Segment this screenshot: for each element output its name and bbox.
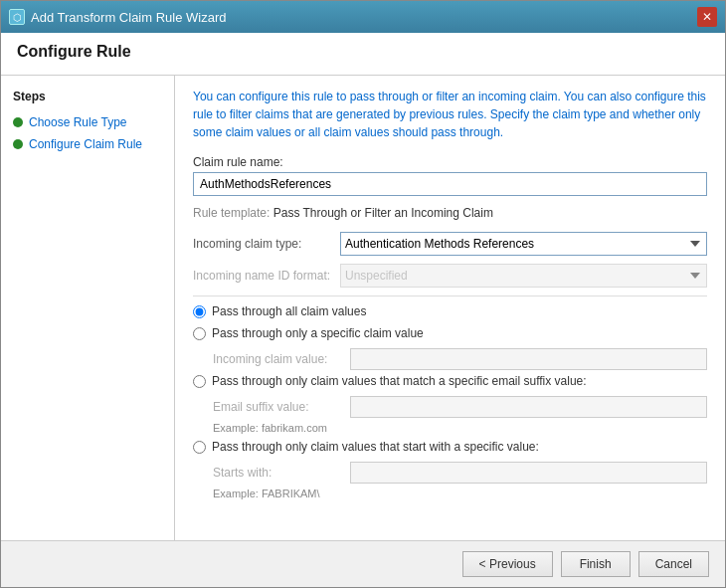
- incoming-claim-type-select[interactable]: Authentication Methods References: [340, 232, 707, 256]
- divider: [193, 295, 707, 296]
- step-indicator-2: [13, 139, 23, 149]
- claim-rule-name-input[interactable]: [193, 172, 707, 196]
- title-bar-left: ⬡ Add Transform Claim Rule Wizard: [9, 9, 227, 25]
- incoming-name-id-format-label: Incoming name ID format:: [193, 269, 332, 283]
- content-area: Steps Choose Rule Type Configure Claim R…: [1, 76, 725, 540]
- incoming-claim-value-input[interactable]: [350, 348, 707, 370]
- sidebar-item-choose-rule-type[interactable]: Choose Rule Type: [1, 111, 174, 133]
- starts-with-example-text: Example: FABRIKAM\: [213, 488, 707, 499]
- sidebar-title: Steps: [1, 86, 174, 111]
- radio-pass-specific-input[interactable]: [193, 327, 206, 340]
- sidebar-item-label-2: Configure Claim Rule: [29, 137, 142, 151]
- radio-pass-specific: Pass through only a specific claim value: [193, 326, 707, 340]
- radio-pass-email-suffix: Pass through only claim values that matc…: [193, 374, 707, 388]
- radio-pass-email-suffix-input[interactable]: [193, 375, 206, 388]
- step-indicator-1: [13, 117, 23, 127]
- sidebar-item-configure-claim-rule[interactable]: Configure Claim Rule: [1, 133, 174, 155]
- page-title: Configure Rule: [17, 43, 709, 61]
- starts-with-group: Starts with:: [213, 462, 707, 484]
- cancel-button[interactable]: Cancel: [638, 551, 709, 577]
- radio-pass-all-input[interactable]: [193, 305, 206, 318]
- email-suffix-label: Email suffix value:: [213, 400, 342, 414]
- radio-pass-starts-with-label[interactable]: Pass through only claim values that star…: [212, 440, 539, 454]
- window-body: Configure Rule Steps Choose Rule Type Co…: [1, 33, 725, 587]
- finish-button[interactable]: Finish: [561, 551, 631, 577]
- radio-pass-specific-label[interactable]: Pass through only a specific claim value: [212, 326, 424, 340]
- rule-template-value: Pass Through or Filter an Incoming Claim: [273, 206, 493, 220]
- incoming-name-id-format-select[interactable]: Unspecified: [340, 264, 707, 288]
- radio-pass-starts-with-input[interactable]: [193, 441, 206, 454]
- incoming-claim-type-label: Incoming claim type:: [193, 237, 332, 251]
- incoming-claim-value-label: Incoming claim value:: [213, 352, 342, 366]
- claim-rule-name-label: Claim rule name:: [193, 155, 707, 169]
- title-bar: ⬡ Add Transform Claim Rule Wizard ✕: [1, 1, 725, 33]
- incoming-claim-type-group: Incoming claim type: Authentication Meth…: [193, 232, 707, 256]
- radio-pass-starts-with: Pass through only claim values that star…: [193, 440, 707, 454]
- starts-with-input[interactable]: [350, 462, 707, 484]
- rule-template-label: Rule template:: [193, 206, 270, 220]
- email-example-text: Example: fabrikam.com: [213, 422, 707, 434]
- sidebar-item-label-1: Choose Rule Type: [29, 115, 127, 129]
- email-suffix-group: Email suffix value:: [213, 396, 707, 418]
- description-text: You can configure this rule to pass thro…: [193, 88, 707, 141]
- email-suffix-input[interactable]: [350, 396, 707, 418]
- sidebar: Steps Choose Rule Type Configure Claim R…: [1, 76, 175, 540]
- close-button[interactable]: ✕: [697, 7, 717, 27]
- radio-pass-all-label[interactable]: Pass through all claim values: [212, 304, 366, 318]
- wizard-window: ⬡ Add Transform Claim Rule Wizard ✕ Conf…: [0, 0, 726, 588]
- rule-template-group: Rule template: Pass Through or Filter an…: [193, 206, 707, 220]
- previous-button[interactable]: < Previous: [462, 551, 553, 577]
- window-title: Add Transform Claim Rule Wizard: [31, 10, 227, 25]
- claim-rule-name-group: Claim rule name:: [193, 155, 707, 196]
- page-header: Configure Rule: [1, 33, 725, 76]
- footer: < Previous Finish Cancel: [1, 540, 725, 587]
- main-content: You can configure this rule to pass thro…: [175, 76, 725, 540]
- window-icon: ⬡: [9, 9, 25, 25]
- radio-pass-email-suffix-label[interactable]: Pass through only claim values that matc…: [212, 374, 587, 388]
- incoming-name-id-format-group: Incoming name ID format: Unspecified: [193, 264, 707, 288]
- radio-pass-all: Pass through all claim values: [193, 304, 707, 318]
- incoming-claim-value-group: Incoming claim value:: [213, 348, 707, 370]
- starts-with-label: Starts with:: [213, 466, 342, 480]
